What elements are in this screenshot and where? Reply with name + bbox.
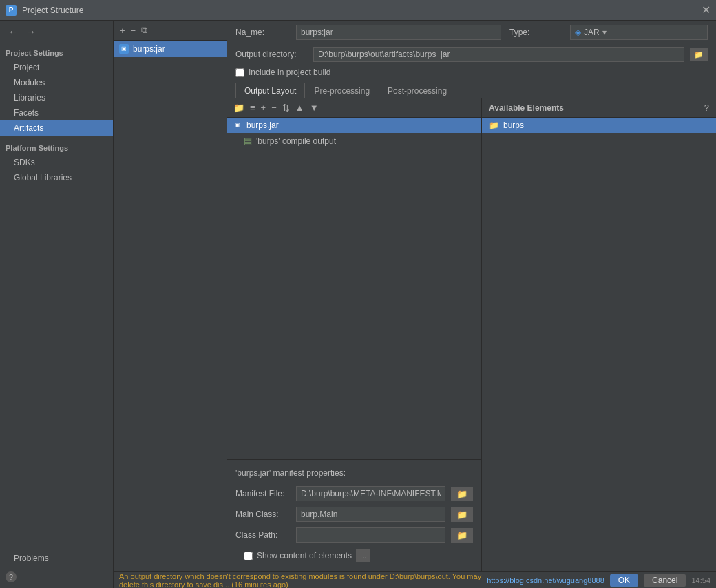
content-split: + − ⧉ ▣ burps:jar Na_me: (114, 21, 716, 571)
class-path-row: Class Path: 📁 (235, 525, 473, 545)
jar-icon: ▣ (119, 44, 129, 54)
type-value: JAR (584, 28, 600, 37)
jar-tree-icon: ▣ (233, 120, 242, 130)
remove-artifact-button[interactable]: − (129, 24, 138, 37)
bottom-message: An output directory which doesn't corres… (119, 572, 487, 589)
tree-up-button[interactable]: ▲ (293, 101, 306, 114)
main-class-browse-button[interactable]: 📁 (451, 507, 473, 522)
include-build-label: Include in project build (249, 67, 330, 77)
title-bar: P Project Structure ✕ (0, 0, 716, 21)
type-select[interactable]: ◈ JAR ▾ (570, 25, 708, 40)
tabs-row: Output Layout Pre-processing Post-proces… (227, 80, 716, 98)
manifest-file-browse-button[interactable]: 📁 (451, 487, 473, 501)
close-button[interactable]: ✕ (702, 3, 710, 17)
manifest-title: 'burps.jar' manifest properties: (235, 465, 473, 483)
window-title: Project Structure (22, 6, 83, 15)
include-build-checkbox[interactable] (235, 68, 244, 77)
sidebar-item-artifacts[interactable]: Artifacts (0, 120, 113, 136)
available-elements-title: Available Elements (489, 103, 564, 113)
manifest-file-row: Manifest File: 📁 (235, 483, 473, 504)
title-bar-left: P Project Structure (6, 5, 83, 16)
manifest-file-input[interactable] (296, 486, 445, 501)
show-content-label: Show content of elements (257, 551, 352, 560)
class-path-label: Class Path: (235, 530, 291, 540)
main-container: ← → Project Settings Project Modules Lib… (0, 21, 716, 588)
class-path-input[interactable] (296, 527, 445, 543)
tree-list-button[interactable]: ≡ (248, 101, 257, 114)
available-header: Available Elements ? (482, 98, 716, 118)
show-content-checkbox[interactable] (244, 552, 253, 560)
tab-output-layout[interactable]: Output Layout (235, 83, 305, 98)
project-settings-label: Project Settings (0, 43, 113, 60)
show-content-options-button[interactable]: ... (356, 549, 370, 562)
available-help-button[interactable]: ? (704, 103, 709, 113)
sidebar: ← → Project Settings Project Modules Lib… (0, 21, 114, 588)
sidebar-nav: ← → (0, 21, 113, 43)
type-select-arrow-icon: ▾ (602, 28, 607, 37)
artifact-list-toolbar: + − ⧉ (114, 21, 227, 41)
main-class-label: Main Class: (235, 510, 291, 519)
main-class-input[interactable] (296, 507, 445, 522)
sidebar-item-project[interactable]: Project (0, 60, 113, 75)
nav-back-button[interactable]: ← (6, 25, 21, 39)
tree-sort-button[interactable]: ⇅ (280, 101, 292, 114)
add-artifact-button[interactable]: + (118, 24, 127, 37)
type-field-group: Type: ◈ JAR ▾ (509, 25, 708, 40)
sidebar-item-problems[interactable]: Problems (0, 551, 113, 566)
include-build-row: Include in project build (227, 65, 716, 80)
sidebar-item-sdks[interactable]: SDKs (0, 155, 113, 170)
output-dir-input[interactable] (313, 47, 684, 62)
show-content-row: Show content of elements ... (235, 545, 473, 566)
platform-settings-label: Platform Settings (0, 138, 113, 155)
manifest-section: 'burps.jar' manifest properties: Manifes… (227, 459, 481, 571)
time-display: 14:54 (691, 576, 710, 585)
compile-output-icon: ▤ (244, 136, 252, 146)
available-item-burps[interactable]: 📁 burps (482, 118, 716, 133)
bottom-bar: An output directory which doesn't corres… (114, 571, 716, 588)
output-dir-label: Output directory: (235, 50, 308, 59)
name-field-group: Na_me: (235, 25, 501, 40)
name-input[interactable] (296, 25, 501, 40)
tree-empty-space (227, 149, 481, 459)
artifact-item-burps-jar[interactable]: ▣ burps:jar (114, 41, 227, 57)
jar-type-icon: ◈ (575, 28, 581, 37)
tree-add-button[interactable]: + (259, 101, 268, 114)
class-path-browse-button[interactable]: 📁 (451, 528, 473, 543)
sidebar-item-libraries[interactable]: Libraries (0, 90, 113, 105)
nav-forward-button[interactable]: → (23, 25, 39, 39)
help-button[interactable]: ? (6, 571, 17, 582)
manifest-file-label: Manifest File: (235, 489, 291, 498)
burps-folder-icon: 📁 (489, 120, 499, 130)
output-layout-area: 📁 ≡ + − ⇅ ▲ ▼ ▣ burps.jar (227, 98, 716, 571)
artifact-list-panel: + − ⧉ ▣ burps:jar (114, 21, 227, 571)
tree-item-burps-jar[interactable]: ▣ burps.jar (227, 118, 481, 133)
output-dir-row: Output directory: 📁 (227, 44, 716, 65)
name-type-row: Na_me: Type: ◈ JAR ▾ (227, 21, 716, 44)
sidebar-item-modules[interactable]: Modules (0, 75, 113, 90)
tree-folder-button[interactable]: 📁 (231, 101, 246, 114)
bottom-url: https://blog.csdn.net/wuguang8888 (487, 576, 604, 585)
name-label: Na_me: (235, 28, 291, 37)
copy-artifact-button[interactable]: ⧉ (139, 23, 149, 37)
available-panel: Available Elements ? 📁 burps (482, 98, 716, 571)
right-area: + − ⧉ ▣ burps:jar Na_me: (114, 21, 716, 588)
app-icon: P (6, 5, 17, 16)
tree-item-compile-output[interactable]: ▤ 'burps' compile output (227, 133, 481, 149)
tab-pre-processing[interactable]: Pre-processing (305, 83, 379, 98)
sidebar-item-global-libraries[interactable]: Global Libraries (0, 170, 113, 185)
cancel-button[interactable]: Cancel (644, 574, 686, 587)
output-dir-browse-button[interactable]: 📁 (690, 48, 708, 61)
tree-toolbar: 📁 ≡ + − ⇅ ▲ ▼ (227, 98, 481, 118)
tab-post-processing[interactable]: Post-processing (379, 83, 456, 98)
tree-remove-button[interactable]: − (269, 101, 279, 114)
details-panel: Na_me: Type: ◈ JAR ▾ Output (227, 21, 716, 571)
ok-button[interactable]: OK (610, 574, 638, 587)
sidebar-item-facets[interactable]: Facets (0, 105, 113, 120)
bottom-right: https://blog.csdn.net/wuguang8888 OK Can… (487, 574, 710, 587)
type-label: Type: (509, 28, 565, 37)
tree-panel: 📁 ≡ + − ⇅ ▲ ▼ ▣ burps.jar (227, 98, 482, 571)
main-class-row: Main Class: 📁 (235, 504, 473, 525)
tree-down-button[interactable]: ▼ (308, 101, 321, 114)
